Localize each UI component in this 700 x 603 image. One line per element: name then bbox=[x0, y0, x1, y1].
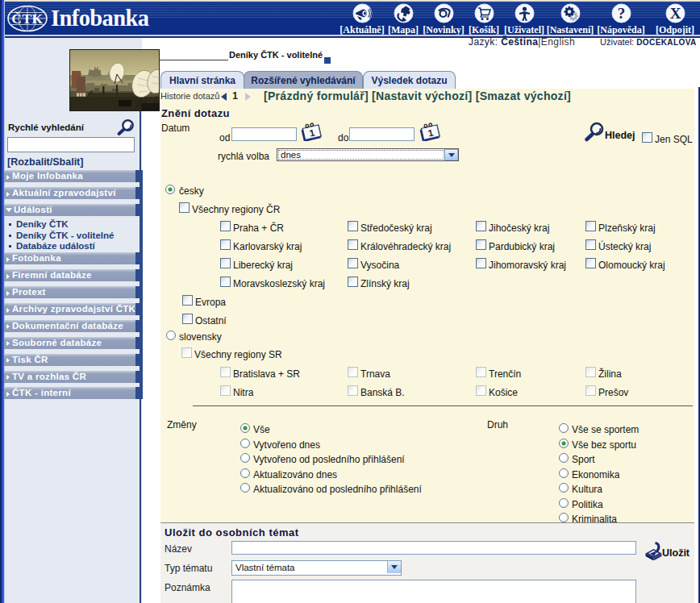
svg-text:ČTK: ČTK bbox=[11, 10, 43, 27]
svg-text:?: ? bbox=[617, 5, 625, 22]
svg-text:X: X bbox=[669, 5, 681, 22]
